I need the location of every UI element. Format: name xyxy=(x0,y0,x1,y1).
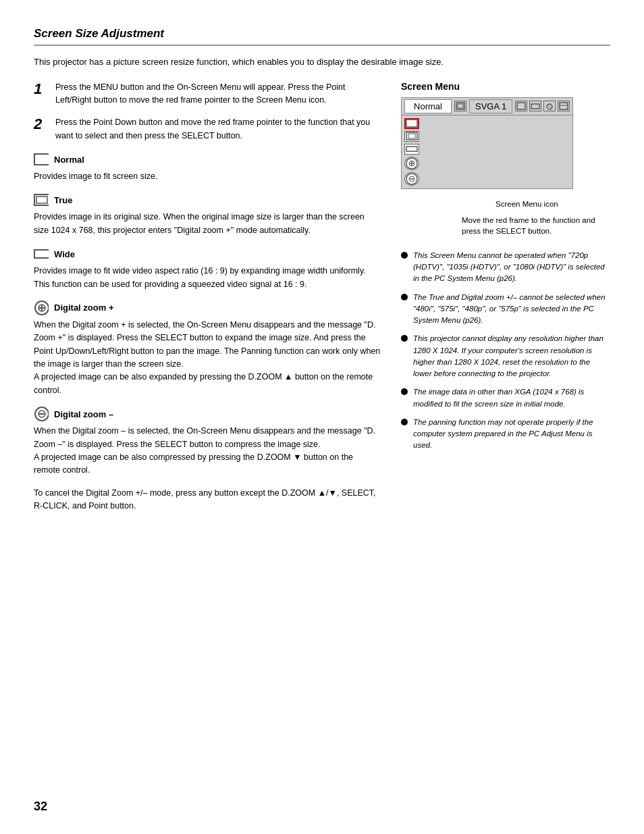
true-icon xyxy=(34,192,49,207)
menu-top-btn-4 xyxy=(558,101,570,111)
bullet-notes: This Screen Menu cannot be operated when… xyxy=(401,250,610,452)
bullet-note-2: This projector cannot display any resolu… xyxy=(401,333,610,380)
section-dzoom-minus-header: Digital zoom – xyxy=(34,407,381,421)
side-icon-dzoom-plus-svg xyxy=(406,157,418,170)
bullet-dot-2 xyxy=(401,335,408,342)
top-btn-1-svg xyxy=(516,102,526,110)
menu-top-btn-2 xyxy=(529,101,541,111)
intro-text: This projector has a picture screen resi… xyxy=(34,55,610,69)
section-dzoom-plus-header: Digital zoom + xyxy=(34,301,381,315)
svg-rect-14 xyxy=(531,104,539,109)
side-icon-dzoom-minus-svg xyxy=(406,173,418,185)
wide-label: Wide xyxy=(54,249,75,259)
dzoom-minus-icon-svg xyxy=(34,406,49,422)
menu-icons-group xyxy=(515,101,570,111)
dzoom-minus-label: Digital zoom – xyxy=(54,409,113,419)
left-column: 1 Press the MENU button and the On-Scree… xyxy=(34,81,381,513)
side-icon-dzoom-plus xyxy=(404,157,419,170)
menu-icon-1 xyxy=(454,101,466,111)
normal-body: Provides image to fit screen size. xyxy=(34,170,381,183)
section-wide: Wide Provides image to fit wide video as… xyxy=(34,246,381,291)
page-number: 32 xyxy=(34,800,47,814)
true-body: Provides image in its original size. Whe… xyxy=(34,211,381,237)
true-icon-svg xyxy=(34,194,49,206)
step-2-number: 2 xyxy=(34,116,49,132)
menu-annotations: Screen Menu icon Move the red frame to t… xyxy=(401,199,597,236)
menu-content-area xyxy=(422,115,572,188)
right-column: Screen Menu Normal SVGA 1 xyxy=(401,81,610,513)
page: Screen Size Adjustment This projector ha… xyxy=(0,0,644,834)
screen-menu-icon-label: Screen Menu icon xyxy=(495,199,558,209)
section-true: True Provides image in its original size… xyxy=(34,192,381,237)
side-icon-dzoom-minus xyxy=(404,172,419,186)
section-dzoom-minus: Digital zoom – When the Digital zoom – i… xyxy=(34,407,381,477)
screen-menu-label: Screen Menu xyxy=(401,81,610,92)
svg-rect-3 xyxy=(34,250,49,258)
bullet-note-4-text: The panning function may not operate pro… xyxy=(413,417,610,452)
step-2: 2 Press the Point Down button and move t… xyxy=(34,116,381,142)
wide-body: Provides image to fit wide video aspect … xyxy=(34,265,381,291)
menu-normal-cell: Normal xyxy=(404,99,452,113)
svg-line-16 xyxy=(548,105,551,108)
content-columns: 1 Press the MENU button and the On-Scree… xyxy=(34,81,610,513)
side-icon-normal-svg xyxy=(406,119,418,128)
dzoom-plus-body: When the Digital zoom + is selected, the… xyxy=(34,319,381,397)
true-label: True xyxy=(54,195,72,205)
section-true-header: True xyxy=(34,192,381,207)
wide-icon-svg xyxy=(34,248,49,260)
screen-menu-icon-annotation: Screen Menu icon xyxy=(495,199,597,209)
svg-rect-2 xyxy=(36,197,47,203)
bullet-note-3: The image data in other than XGA (1024 x… xyxy=(401,386,610,410)
step-2-text: Press the Point Down button and move the… xyxy=(55,116,381,142)
svg-rect-22 xyxy=(406,147,417,151)
screen-menu-box: Normal SVGA 1 xyxy=(401,97,573,189)
bullet-dot-1 xyxy=(401,294,408,301)
bullet-note-1-text: The True and Digital zoom +/– cannot be … xyxy=(413,292,610,327)
normal-label: Normal xyxy=(54,155,84,165)
menu-top-btn-3 xyxy=(543,101,556,111)
step-1: 1 Press the MENU button and the On-Scree… xyxy=(34,81,381,107)
dzoom-minus-icon xyxy=(34,407,49,421)
cancel-note: To cancel the Digital Zoom +/– mode, pre… xyxy=(34,487,381,513)
bullet-note-3-text: The image data in other than XGA (1024 x… xyxy=(413,386,610,410)
bullet-dot-0 xyxy=(401,252,408,259)
top-btn-2-svg xyxy=(531,102,540,110)
top-btn-3-svg xyxy=(545,102,554,110)
menu-side-icons xyxy=(402,115,422,188)
section-dzoom-plus: Digital zoom + When the Digital zoom + i… xyxy=(34,301,381,397)
side-icon-normal xyxy=(404,118,419,129)
step-1-text: Press the MENU button and the On-Screen … xyxy=(55,81,381,107)
dzoom-minus-body: When the Digital zoom – is selected, the… xyxy=(34,425,381,477)
bullet-note-2-text: This projector cannot display any resolu… xyxy=(413,333,610,380)
red-frame-label: Move the red frame to the function and p… xyxy=(462,215,597,236)
svg-rect-19 xyxy=(406,120,417,127)
bullet-dot-4 xyxy=(401,419,408,425)
menu-svga-cell: SVGA 1 xyxy=(469,99,512,113)
dzoom-plus-icon-svg xyxy=(34,300,49,316)
svg-rect-0 xyxy=(34,154,49,165)
menu-top-bar: Normal SVGA 1 xyxy=(402,98,572,115)
svg-rect-17 xyxy=(560,103,568,109)
side-icon-true-svg xyxy=(406,132,418,140)
dzoom-plus-label: Digital zoom + xyxy=(54,303,113,313)
dzoom-plus-icon xyxy=(34,301,49,315)
section-normal: Normal Provides image to fit screen size… xyxy=(34,152,381,183)
section-wide-header: Wide xyxy=(34,246,381,261)
side-icon-wide xyxy=(404,144,419,155)
menu-body xyxy=(402,115,572,188)
page-title: Screen Size Adjustment xyxy=(34,27,610,46)
svg-rect-13 xyxy=(517,103,525,109)
bullet-note-1: The True and Digital zoom +/– cannot be … xyxy=(401,292,610,327)
screen-menu-diagram: Normal SVGA 1 xyxy=(401,97,597,236)
bullet-note-0-text: This Screen Menu cannot be operated when… xyxy=(413,250,610,285)
bullet-note-4: The panning function may not operate pro… xyxy=(401,417,610,452)
svg-rect-12 xyxy=(458,104,463,108)
normal-icon xyxy=(34,152,49,167)
side-icon-true xyxy=(404,131,419,142)
wide-icon xyxy=(34,246,49,261)
step-1-number: 1 xyxy=(34,81,49,97)
bullet-dot-3 xyxy=(401,388,408,395)
svg-rect-21 xyxy=(408,134,415,138)
normal-icon-svg xyxy=(34,153,49,165)
side-icon-wide-svg xyxy=(406,145,418,153)
